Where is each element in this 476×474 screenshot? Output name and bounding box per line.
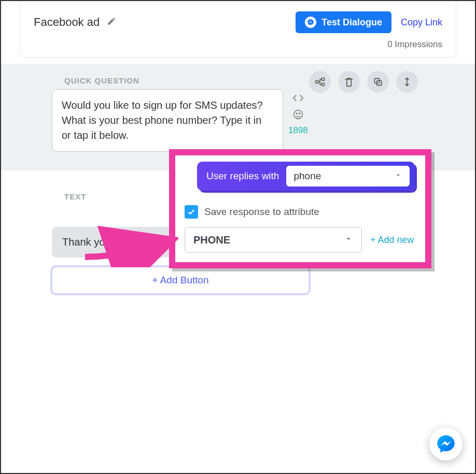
copy-icon[interactable] [367, 71, 389, 93]
question-text-input[interactable]: Would you like to sign up for SMS update… [52, 89, 283, 152]
messenger-icon [436, 434, 456, 454]
move-icon[interactable] [396, 71, 418, 93]
svg-rect-2 [321, 83, 324, 86]
reply-type-value: phone [293, 170, 321, 182]
attribute-select-row: PHONE + Add new [185, 227, 414, 253]
edit-icon[interactable] [107, 17, 116, 28]
ad-title: Facebook ad [34, 16, 100, 29]
text-side-icons: 1898 [288, 92, 308, 136]
question-text-wrap: Would you like to sign up for SMS update… [52, 89, 475, 152]
reply-type-select[interactable]: phone [286, 166, 410, 186]
test-dialogue-label: Test Dialogue [321, 17, 382, 28]
add-button-button[interactable]: + Add Button [52, 267, 309, 294]
annotation-arrow-icon [80, 226, 178, 267]
messenger-fab[interactable] [429, 427, 463, 461]
chevron-down-icon [344, 234, 353, 246]
svg-point-5 [294, 110, 303, 119]
highlight-annotation-box: User replies with phone Save response to… [169, 149, 431, 268]
svg-point-7 [299, 113, 300, 114]
header-row: Facebook ad Test Dialogue Copy Link [34, 11, 442, 33]
emoji-icon[interactable] [292, 109, 304, 122]
flow-icon[interactable] [309, 71, 331, 93]
svg-rect-0 [316, 81, 318, 83]
delete-icon[interactable] [338, 71, 360, 93]
ad-title-group: Facebook ad [34, 16, 116, 29]
save-attribute-label: Save response to attribute [204, 206, 319, 218]
save-attribute-checkbox[interactable] [185, 205, 198, 219]
user-replies-pill: User replies with phone [197, 162, 415, 191]
header-actions: Test Dialogue Copy Link [296, 11, 442, 33]
add-new-attribute-button[interactable]: + Add new [370, 235, 414, 246]
save-attribute-row: Save response to attribute [185, 205, 319, 219]
ad-header-card: Facebook ad Test Dialogue Copy Link 0 Im… [20, 1, 456, 58]
user-replies-label: User replies with [206, 170, 279, 182]
quick-question-actions [309, 71, 418, 93]
character-count: 1898 [288, 125, 308, 136]
impressions-count: 0 Impressions [34, 39, 442, 50]
svg-point-6 [296, 113, 297, 114]
copy-link-button[interactable]: Copy Link [401, 17, 442, 28]
messenger-icon [305, 17, 316, 28]
chevron-down-icon [394, 170, 402, 182]
attribute-select[interactable]: PHONE [185, 227, 362, 253]
svg-rect-1 [321, 78, 324, 81]
code-icon[interactable] [292, 92, 304, 106]
test-dialogue-button[interactable]: Test Dialogue [296, 11, 391, 33]
attribute-value: PHONE [193, 234, 230, 246]
